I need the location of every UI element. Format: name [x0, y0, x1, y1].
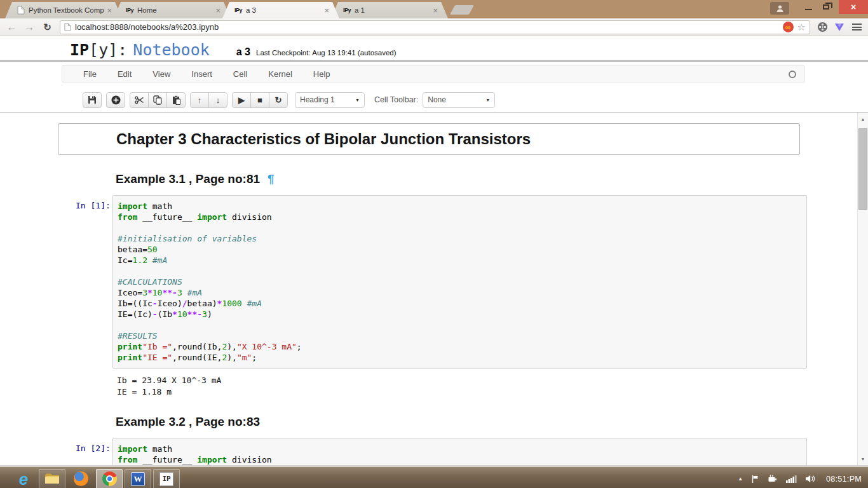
menu-edit[interactable]: Edit — [118, 69, 132, 79]
taskbar-explorer-button[interactable] — [39, 469, 65, 488]
tab-ipy-home[interactable]: IPy Home × — [114, 2, 231, 18]
save-icon — [88, 95, 97, 104]
ipython-icon: IP — [159, 472, 173, 486]
tab-python-textbook[interactable]: Python Textbook Compan × — [5, 2, 122, 18]
action-center-icon[interactable] — [751, 475, 759, 484]
ipy-favicon: IPy — [126, 7, 133, 13]
network-icon[interactable] — [786, 475, 797, 483]
taskbar: e W IP ▲ 08:51:PM — [0, 467, 868, 488]
tab-ipy-a1[interactable]: IPy a 1 × — [331, 2, 448, 18]
play-icon: ▶ — [238, 95, 245, 105]
interrupt-kernel-button[interactable]: ■ — [250, 92, 269, 108]
output-line: Ib = 23.94 X 10^-3 mA — [117, 375, 807, 386]
close-window-button[interactable]: × — [839, 0, 868, 14]
browser-tab-strip: Python Textbook Compan × IPy Home × IPy … — [0, 0, 868, 18]
taskbar-clock[interactable]: 08:51:PM — [826, 475, 862, 484]
back-icon[interactable]: ← — [4, 22, 20, 33]
code-input-area[interactable]: import mathfrom __future__ import divisi… — [112, 195, 807, 369]
extension-badge-icon[interactable]: ∞ — [783, 22, 794, 32]
run-cell-button[interactable]: ▶ — [232, 92, 251, 108]
arrow-up-icon: ↑ — [198, 95, 202, 105]
cut-cell-button[interactable] — [130, 92, 149, 108]
browser-toolbar: ← → ↻ localhost:8888/notebooks/a%203.ipy… — [0, 18, 868, 36]
close-icon[interactable]: × — [433, 6, 438, 15]
notebook-header: IP[y]:Notebook a 3 Last Checkpoint: Aug … — [0, 36, 868, 62]
anchor-link-icon[interactable]: ¶ — [268, 172, 275, 186]
notebook-content: Chapter 3 Characteristics of Bipolar Jun… — [0, 112, 868, 465]
input-prompt: In [2]: — [76, 438, 112, 465]
copy-cell-button[interactable] — [148, 92, 167, 108]
page-icon — [64, 23, 71, 31]
notebook-name[interactable]: a 3 — [236, 46, 250, 58]
url-text[interactable]: localhost:8888/notebooks/a%203.ipynb — [75, 22, 779, 32]
close-icon[interactable]: × — [215, 6, 220, 15]
tab-ipy-a3-active[interactable]: IPy a 3 × — [222, 2, 339, 18]
chrome-icon — [102, 471, 117, 486]
scroll-up-icon[interactable]: ▲ — [858, 114, 868, 124]
paste-cell-button[interactable] — [166, 92, 186, 108]
input-prompt: In [1]: — [76, 195, 112, 369]
restore-button[interactable] — [817, 0, 835, 13]
scissors-icon — [135, 96, 144, 104]
ipy-favicon: IPy — [234, 7, 242, 13]
move-cell-down-button[interactable]: ↓ — [208, 92, 227, 108]
ipy-favicon: IPy — [343, 7, 351, 13]
checkpoint-status: Last Checkpoint: Aug 13 19:41 (autosaved… — [256, 49, 397, 57]
v-extension-icon[interactable] — [832, 23, 847, 32]
profile-button[interactable] — [770, 2, 789, 15]
cell-toolbar-select[interactable]: None ▼ — [423, 92, 495, 108]
cell-toolbar-label: Cell Toolbar: — [374, 95, 418, 104]
notebook-toolbar: ↑ ↓ ▶ ■ ↻ Heading 1 ▼ Cell Toolbar: None… — [0, 88, 868, 112]
scrollbar[interactable]: ▲ ▼ — [857, 112, 868, 465]
move-cell-up-button[interactable]: ↑ — [190, 92, 209, 108]
taskbar-firefox-button[interactable] — [67, 469, 94, 488]
close-icon[interactable]: × — [324, 6, 329, 15]
menu-icon[interactable] — [849, 24, 864, 30]
scroll-thumb[interactable] — [858, 128, 867, 210]
word-icon: W — [131, 472, 145, 486]
add-cell-button[interactable] — [106, 92, 125, 108]
minimize-button[interactable] — [799, 0, 817, 13]
tray-expand-icon[interactable]: ▲ — [738, 476, 743, 482]
ie-icon: e — [19, 471, 28, 487]
code-cell-1: In [1]: import mathfrom __future__ impor… — [76, 195, 807, 369]
power-icon[interactable] — [768, 475, 778, 484]
heading-cell-selected[interactable]: Chapter 3 Characteristics of Bipolar Jun… — [58, 123, 800, 155]
scroll-down-icon[interactable]: ▼ — [858, 454, 868, 464]
menu-cell[interactable]: Cell — [233, 69, 247, 79]
save-button[interactable] — [83, 92, 102, 108]
menu-kernel[interactable]: Kernel — [268, 69, 292, 79]
reload-icon[interactable]: ↻ — [39, 22, 55, 33]
menubar-row: File Edit View Insert Cell Kernel Help — [0, 65, 868, 88]
code-input-area[interactable]: import mathfrom __future__ import divisi… — [112, 438, 807, 465]
person-icon — [776, 4, 784, 13]
ipython-logo[interactable]: IP[y]:Notebook — [70, 41, 210, 59]
stop-icon: ■ — [257, 95, 262, 105]
section-heading-2[interactable]: Example 3.2 , Page no:83 — [116, 415, 868, 429]
bookmark-star-icon[interactable]: ☆ — [797, 22, 806, 32]
chevron-down-icon: ▼ — [348, 98, 360, 102]
menu-file[interactable]: File — [83, 69, 97, 79]
chapter-title: Chapter 3 Characteristics of Bipolar Jun… — [116, 130, 799, 148]
volume-icon[interactable] — [805, 475, 815, 483]
plus-circle-icon — [111, 95, 121, 105]
window-controls: × — [770, 0, 868, 15]
taskbar-chrome-button[interactable] — [96, 469, 123, 488]
menu-help[interactable]: Help — [313, 69, 330, 79]
minimize-icon — [805, 9, 812, 10]
taskbar-word-button[interactable]: W — [125, 469, 151, 488]
taskbar-ie-button[interactable]: e — [10, 469, 37, 488]
menu-view[interactable]: View — [153, 69, 170, 79]
new-tab-button[interactable] — [450, 5, 474, 15]
restart-kernel-button[interactable]: ↻ — [269, 92, 288, 108]
section-heading-1[interactable]: Example 3.1 , Page no:81 ¶ — [116, 172, 868, 186]
address-bar[interactable]: localhost:8888/notebooks/a%203.ipynb ∞ ☆ — [60, 20, 810, 34]
cell-type-select[interactable]: Heading 1 ▼ — [295, 92, 365, 108]
close-icon[interactable]: × — [107, 6, 112, 15]
restore-icon — [823, 4, 829, 10]
menu-insert[interactable]: Insert — [191, 69, 212, 79]
forward-icon[interactable]: → — [22, 22, 37, 33]
taskbar-ipython-button[interactable]: IP — [153, 469, 180, 488]
code-cell-2: In [2]: import mathfrom __future__ impor… — [76, 438, 807, 465]
film-extension-icon[interactable] — [815, 22, 830, 32]
